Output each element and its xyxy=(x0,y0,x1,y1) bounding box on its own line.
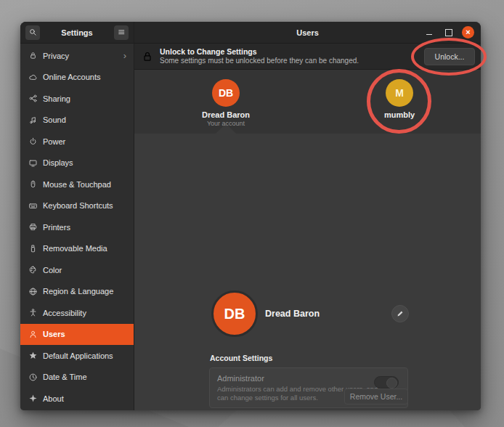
pencil-icon xyxy=(396,309,405,318)
search-button[interactable] xyxy=(25,25,40,40)
edit-name-button[interactable] xyxy=(391,305,409,322)
star-icon xyxy=(28,351,38,360)
sidebar-item-label: Region & Language xyxy=(43,287,113,296)
sidebar-item-label: Users xyxy=(43,330,65,338)
toggle-knob xyxy=(386,378,397,389)
administrator-label: Administrator xyxy=(217,374,400,383)
sidebar-item-label: Color xyxy=(43,266,62,274)
hamburger-icon xyxy=(117,28,126,37)
sidebar-item-date-time[interactable]: Date & Time xyxy=(20,367,134,389)
sidebar-header: Settings xyxy=(20,22,134,44)
chevron-right-icon: › xyxy=(123,51,126,60)
accessibility-icon xyxy=(28,308,38,317)
menu-button[interactable] xyxy=(114,25,129,40)
sidebar-item-label: Default Applications xyxy=(43,351,113,360)
user-name: Dread Baron xyxy=(265,309,320,319)
headerbar: Users × xyxy=(134,22,481,44)
avatar: DB xyxy=(212,79,240,107)
minimize-button[interactable] xyxy=(423,26,435,38)
carousel-user-name: Dread Baron xyxy=(179,110,273,119)
keyboard-icon xyxy=(28,201,38,211)
carousel-user-mumbly[interactable]: Mmumbly xyxy=(352,79,447,119)
settings-window: Settings Privacy›Online AccountsSharingS… xyxy=(20,22,481,410)
sidebar-item-label: About xyxy=(43,394,64,403)
sidebar-item-label: Online Accounts xyxy=(43,73,101,81)
unlock-banner-title: Unlock to Change Settings xyxy=(160,47,359,57)
sidebar-item-default-applications[interactable]: Default Applications xyxy=(20,345,134,367)
sidebar-item-label: Sharing xyxy=(43,94,70,103)
sidebar-item-label: Keyboard Shortcuts xyxy=(43,201,113,210)
sparkle-icon xyxy=(28,394,38,403)
share-icon xyxy=(28,94,38,103)
sidebar-item-mouse-touchpad[interactable]: Mouse & Touchpad xyxy=(20,174,134,195)
sidebar-item-region-language[interactable]: Region & Language xyxy=(20,281,134,303)
window-controls: × xyxy=(423,26,474,38)
sidebar: Settings Privacy›Online AccountsSharingS… xyxy=(20,22,134,410)
close-button[interactable]: × xyxy=(462,26,474,38)
sidebar-item-accessibility[interactable]: Accessibility xyxy=(20,302,134,324)
user-detail-panel: DB Dread Baron Account Settings Administ… xyxy=(134,134,481,410)
sidebar-list: Privacy›Online AccountsSharingSoundPower… xyxy=(20,44,134,410)
sidebar-title: Settings xyxy=(40,28,114,37)
sidebar-item-users[interactable]: Users xyxy=(20,324,134,346)
account-settings-header: Account Settings xyxy=(210,354,272,362)
sidebar-item-label: Accessibility xyxy=(43,309,86,317)
unlock-banner-subtitle: Some settings must be unlocked before th… xyxy=(160,57,359,65)
sidebar-item-label: Removable Media xyxy=(43,244,107,253)
clock-icon xyxy=(28,373,38,382)
unlock-button[interactable]: Unlock... xyxy=(424,48,475,65)
avatar: M xyxy=(386,79,413,107)
display-icon xyxy=(28,158,38,168)
unlock-banner-text: Unlock to Change Settings Some settings … xyxy=(160,47,359,65)
sidebar-item-removable-media[interactable]: Removable Media xyxy=(20,238,134,260)
sidebar-item-label: Privacy xyxy=(43,52,69,60)
sidebar-item-label: Displays xyxy=(43,158,73,167)
unlock-banner: Unlock to Change Settings Some settings … xyxy=(134,44,481,70)
sidebar-item-label: Sound xyxy=(43,115,66,124)
sidebar-item-label: Power xyxy=(43,137,65,146)
user-carousel: DBDread BaronYour accountMmumbly xyxy=(134,70,481,134)
sidebar-item-online-accounts[interactable]: Online Accounts xyxy=(20,67,134,89)
sidebar-item-displays[interactable]: Displays xyxy=(20,152,134,174)
sidebar-item-sound[interactable]: Sound xyxy=(20,110,134,131)
sidebar-item-about[interactable]: About xyxy=(20,388,134,410)
search-icon xyxy=(28,28,38,37)
users-panel: Users × Unlock to Change Settings Some s… xyxy=(134,22,481,410)
sidebar-item-color[interactable]: Color xyxy=(20,259,134,281)
sidebar-item-label: Mouse & Touchpad xyxy=(43,180,111,189)
carousel-user-dread-baron[interactable]: DBDread BaronYour account xyxy=(179,79,273,127)
lock-icon xyxy=(28,51,38,60)
users-icon xyxy=(28,330,38,339)
power-icon xyxy=(28,137,38,146)
cloud-icon xyxy=(28,73,38,82)
administrator-toggle[interactable] xyxy=(374,376,399,389)
lock-icon xyxy=(142,51,153,62)
sidebar-item-power[interactable]: Power xyxy=(20,131,134,152)
mouse-icon xyxy=(28,179,38,189)
printer-icon xyxy=(28,222,38,232)
usb-icon xyxy=(28,244,38,253)
sidebar-item-label: Date & Time xyxy=(43,373,87,381)
sidebar-item-keyboard-shortcuts[interactable]: Keyboard Shortcuts xyxy=(20,195,134,217)
globe-icon xyxy=(28,287,38,296)
sidebar-item-sharing[interactable]: Sharing xyxy=(20,88,134,110)
music-note-icon xyxy=(28,115,38,125)
remove-user-button[interactable]: Remove User... xyxy=(344,389,408,404)
user-avatar: DB xyxy=(211,290,258,337)
sidebar-item-privacy[interactable]: Privacy› xyxy=(20,45,134,67)
sidebar-item-printers[interactable]: Printers xyxy=(20,216,134,238)
carousel-user-subtitle: Your account xyxy=(179,120,273,127)
sidebar-item-label: Printers xyxy=(43,223,70,232)
maximize-button[interactable] xyxy=(442,26,455,38)
carousel-user-name: mumbly xyxy=(352,110,447,119)
palette-icon xyxy=(28,265,38,274)
